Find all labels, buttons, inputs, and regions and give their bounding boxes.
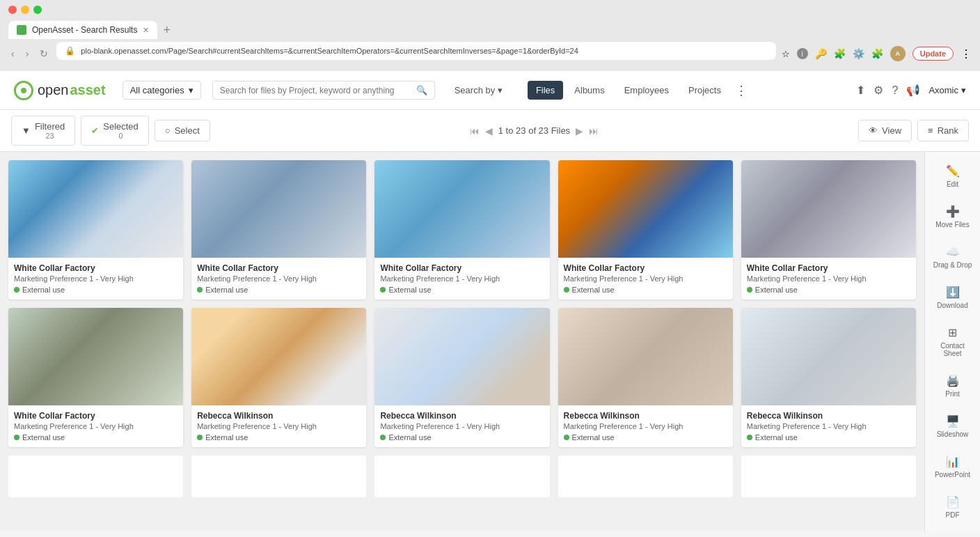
- logo-open-text: open: [38, 82, 69, 98]
- sidebar-pdf-button[interactable]: 📄 PDF: [925, 488, 980, 526]
- gear-icon[interactable]: ⚙: [874, 84, 883, 97]
- update-button[interactable]: Update: [912, 47, 954, 61]
- next-page-icon[interactable]: ▶: [576, 125, 583, 137]
- search-icon[interactable]: 🔍: [416, 85, 427, 95]
- image-card[interactable]: White Collar Factory Marketing Preferenc…: [8, 308, 183, 447]
- lock-icon: 🔒: [65, 46, 75, 56]
- card-subtitle: Marketing Preference 1 - Very High: [564, 422, 727, 430]
- category-label: All categories: [130, 85, 184, 95]
- sidebar-action-icon: ⊞: [948, 326, 957, 339]
- image-card[interactable]: White Collar Factory Marketing Preferenc…: [558, 160, 733, 299]
- search-by-button[interactable]: Search by ▾: [446, 81, 511, 100]
- sidebar-move-files-button[interactable]: ➕ Move Files: [925, 198, 980, 235]
- profile-icon[interactable]: 🧩: [871, 48, 883, 59]
- image-card[interactable]: White Collar Factory Marketing Preferenc…: [191, 160, 366, 299]
- badge-dot: [747, 287, 752, 293]
- card-title: Rebecca Wilkinson: [747, 411, 910, 421]
- back-button[interactable]: ‹: [8, 47, 17, 61]
- help-icon[interactable]: ?: [892, 84, 898, 97]
- content-area: White Collar Factory Marketing Preferenc…: [0, 152, 980, 531]
- sidebar-drag-&-drop-button[interactable]: ☁️ Drag & Drop: [925, 238, 980, 276]
- megaphone-icon[interactable]: 📢: [906, 84, 920, 97]
- sidebar-action-icon: 🖨️: [946, 374, 960, 387]
- card-badge: External use: [14, 433, 177, 442]
- card-info: Rebecca Wilkinson Marketing Preference 1…: [374, 405, 549, 447]
- new-tab-icon[interactable]: +: [163, 23, 171, 38]
- sidebar-action-label: PowerPoint: [935, 471, 970, 478]
- badge-label: External use: [755, 286, 798, 294]
- rank-button[interactable]: ≡ Rank: [917, 120, 969, 141]
- last-page-icon[interactable]: ⏭: [589, 125, 599, 137]
- eye-icon: 👁: [869, 125, 878, 136]
- view-button[interactable]: 👁 View: [858, 120, 912, 141]
- card-badge: External use: [564, 286, 727, 294]
- nav-albums[interactable]: Albums: [566, 81, 612, 100]
- sidebar-contact-sheet-button[interactable]: ⊞ Contact Sheet: [925, 319, 980, 364]
- bookmark-icon[interactable]: ☆: [782, 49, 790, 59]
- card-badge: External use: [197, 433, 361, 442]
- sidebar-powerpoint-button[interactable]: 📊 PowerPoint: [925, 448, 980, 485]
- partial-card: [8, 456, 183, 497]
- image-card[interactable]: White Collar Factory Marketing Preferenc…: [8, 160, 183, 299]
- user-menu[interactable]: Axomic ▾: [928, 85, 966, 95]
- card-info: White Collar Factory Marketing Preferenc…: [741, 258, 916, 299]
- browser-tab[interactable]: OpenAsset - Search Results ✕: [8, 21, 157, 39]
- card-info: White Collar Factory Marketing Preferenc…: [191, 258, 366, 299]
- reload-button[interactable]: ↻: [37, 47, 51, 61]
- browser-avatar[interactable]: A: [890, 46, 906, 61]
- card-info: White Collar Factory Marketing Preferenc…: [8, 258, 183, 299]
- card-title: White Collar Factory: [564, 263, 727, 273]
- maximize-dot[interactable]: [33, 6, 42, 14]
- image-card[interactable]: White Collar Factory Marketing Preferenc…: [741, 160, 916, 299]
- nav-projects[interactable]: Projects: [680, 81, 729, 100]
- address-bar[interactable]: plo-blank.openasset.com/Page/Search#curr…: [81, 47, 767, 55]
- tab-close-icon[interactable]: ✕: [143, 26, 149, 35]
- search-input[interactable]: [220, 86, 416, 95]
- browser-toolbar: ☆ i 🔑 🧩 ⚙️ 🧩 A Update ⋮: [782, 46, 972, 61]
- image-card[interactable]: Rebecca Wilkinson Marketing Preference 1…: [374, 308, 549, 447]
- settings-icon[interactable]: ⚙️: [853, 48, 864, 59]
- filter-button[interactable]: ▼ Filtered 23: [11, 116, 75, 146]
- prev-page-icon[interactable]: ◀: [485, 125, 493, 137]
- badge-label: External use: [572, 433, 615, 442]
- sidebar-action-label: Print: [945, 390, 960, 398]
- first-page-icon[interactable]: ⏮: [470, 125, 480, 137]
- nav-employees[interactable]: Employees: [616, 81, 677, 100]
- card-badge: External use: [747, 286, 910, 294]
- image-card[interactable]: Rebecca Wilkinson Marketing Preference 1…: [558, 308, 733, 447]
- selected-button[interactable]: ✔ Selected 0: [81, 116, 149, 146]
- minimize-dot[interactable]: [21, 6, 29, 14]
- sidebar-action-label: Drag & Drop: [933, 261, 972, 269]
- select-button[interactable]: ○ Select: [155, 120, 210, 141]
- card-subtitle: Marketing Preference 1 - Very High: [380, 274, 544, 283]
- password-icon[interactable]: 🔑: [815, 48, 827, 59]
- image-thumbnail: [374, 308, 549, 405]
- sidebar-action-label: PDF: [946, 511, 960, 519]
- image-card[interactable]: Rebecca Wilkinson Marketing Preference 1…: [191, 308, 366, 447]
- nav-files[interactable]: Files: [528, 81, 563, 100]
- card-title: Rebecca Wilkinson: [380, 411, 544, 421]
- tab-title: OpenAsset - Search Results: [32, 25, 137, 35]
- sidebar-download-button[interactable]: ⬇️ Download: [925, 279, 980, 316]
- category-dropdown[interactable]: All categories ▾: [122, 81, 201, 100]
- sidebar-action-icon: ⬇️: [946, 286, 960, 299]
- sidebar-print-button[interactable]: 🖨️ Print: [925, 367, 980, 405]
- forward-button[interactable]: ›: [23, 47, 32, 61]
- menu-icon[interactable]: ⋮: [961, 47, 972, 61]
- image-card[interactable]: White Collar Factory Marketing Preferenc…: [374, 160, 549, 299]
- image-card[interactable]: Rebecca Wilkinson Marketing Preference 1…: [741, 308, 916, 447]
- filter-count: 23: [35, 132, 65, 140]
- nav-more-icon[interactable]: ⋮: [732, 80, 750, 101]
- info-icon[interactable]: i: [797, 48, 808, 59]
- sidebar-edit-button[interactable]: ✏️ Edit: [925, 157, 980, 195]
- sidebar-actions: ✏️ Edit ➕ Move Files ☁️ Drag & Drop ⬇️ D…: [924, 152, 980, 531]
- image-thumbnail: [8, 160, 183, 258]
- partial-card: [558, 456, 733, 497]
- extensions-icon[interactable]: 🧩: [834, 48, 846, 59]
- sidebar-slideshow-button[interactable]: 🖥️ Slideshow: [925, 407, 980, 445]
- card-info: White Collar Factory Marketing Preferenc…: [374, 258, 549, 299]
- upload-icon[interactable]: ⬆: [856, 84, 865, 97]
- close-dot[interactable]: [8, 6, 17, 14]
- card-title: White Collar Factory: [380, 263, 544, 273]
- badge-label: External use: [755, 433, 798, 442]
